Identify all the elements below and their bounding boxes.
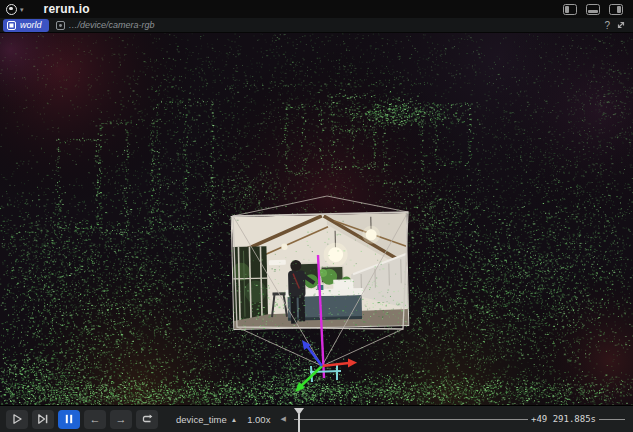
bottom-panel-toggle-icon[interactable] xyxy=(586,4,600,15)
app-menu-button[interactable]: ▾ xyxy=(6,4,24,15)
pause-button[interactable] xyxy=(58,410,80,429)
current-time-label: +49 291.885s xyxy=(528,414,599,424)
tab-world-label: world xyxy=(20,20,42,30)
time-cursor[interactable] xyxy=(293,408,304,432)
left-panel-toggle-icon[interactable] xyxy=(563,4,577,15)
rerun-viewer-window: ▾ rerun.io world xyxy=(0,0,633,432)
camera-rgb-image xyxy=(231,212,410,330)
image-view-icon xyxy=(56,21,65,30)
tab-camera-rgb[interactable]: …/device/camera-rgb xyxy=(52,19,162,32)
timeline-track[interactable]: ◀ +49 291.885s xyxy=(280,406,627,432)
timeline-selector[interactable]: device_time ▲ xyxy=(176,414,237,425)
spatial-view-icon xyxy=(7,21,16,30)
left-arrow-icon: ← xyxy=(90,413,101,425)
timeline-caret-icon: ▲ xyxy=(231,416,237,423)
step-back-button[interactable]: ← xyxy=(84,410,106,429)
menu-caret-icon: ▾ xyxy=(20,6,24,13)
timeline-name-label: device_time xyxy=(176,414,227,425)
maximize-view-icon[interactable] xyxy=(615,16,630,34)
follow-button[interactable] xyxy=(32,410,54,429)
3d-viewport[interactable] xyxy=(0,33,633,405)
playback-speed[interactable]: 1.00x xyxy=(247,414,270,425)
timeline-bar: ← → device_time ▲ 1.00x ◀ +49 291.885s xyxy=(0,405,633,432)
step-forward-button[interactable]: → xyxy=(110,410,132,429)
panel-toggle-group xyxy=(563,4,623,15)
tab-world[interactable]: world xyxy=(3,19,49,32)
loop-button[interactable] xyxy=(136,410,158,429)
app-title: rerun.io xyxy=(44,2,90,16)
right-panel-toggle-icon[interactable] xyxy=(609,4,623,15)
tab-camera-rgb-label: …/device/camera-rgb xyxy=(69,20,155,30)
time-cursor-stem xyxy=(298,414,300,432)
rerun-logo-icon xyxy=(6,4,17,15)
tab-bar: world …/device/camera-rgb ? xyxy=(0,18,633,33)
top-bar: ▾ rerun.io xyxy=(0,0,633,18)
track-left-arrow-icon: ◀ xyxy=(280,415,285,423)
play-button[interactable] xyxy=(6,410,28,429)
right-arrow-icon: → xyxy=(116,413,127,425)
help-button[interactable]: ? xyxy=(599,20,615,31)
